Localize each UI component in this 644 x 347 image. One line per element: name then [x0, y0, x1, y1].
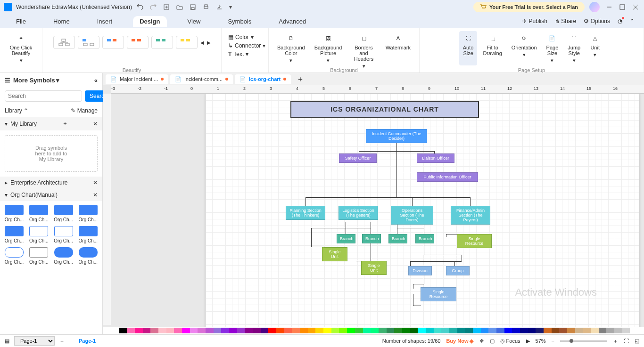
theme-thumb[interactable]: [127, 36, 149, 49]
color-swatch[interactable]: [158, 328, 166, 333]
connector[interactable]: [397, 228, 424, 228]
connector[interactable]: [346, 228, 371, 228]
color-swatch[interactable]: [253, 328, 261, 333]
color-swatch[interactable]: [237, 328, 245, 333]
color-swatch[interactable]: [308, 328, 316, 333]
connector[interactable]: [413, 284, 424, 284]
org-node[interactable]: Operations Section (The Doers): [391, 206, 433, 225]
drag-drop-area[interactable]: Drag symbols here to add to My Library: [5, 135, 98, 172]
color-swatch[interactable]: [261, 328, 269, 333]
connector[interactable]: [371, 241, 371, 261]
shape-item[interactable]: Org Ch...: [53, 205, 74, 222]
color-swatch[interactable]: [567, 328, 575, 333]
collapse-sidebar-icon[interactable]: «: [94, 77, 98, 84]
connector[interactable]: [358, 197, 358, 206]
color-swatch[interactable]: [214, 328, 222, 333]
shape-item[interactable]: Org Ch...: [4, 247, 25, 265]
color-swatch[interactable]: [622, 328, 630, 333]
shape-item[interactable]: Org Ch...: [28, 247, 49, 265]
color-swatch[interactable]: [182, 328, 190, 333]
connector[interactable]: [446, 234, 446, 237]
maximize-icon[interactable]: [619, 4, 625, 10]
menu-design[interactable]: Design: [133, 16, 166, 27]
collapse-ribbon-icon[interactable]: ⌃: [630, 18, 635, 24]
org-node[interactable]: Branch: [415, 234, 434, 243]
connector[interactable]: [410, 261, 462, 262]
color-swatch[interactable]: [245, 328, 253, 333]
bg-color-button[interactable]: 🗋Background Color▾: [273, 31, 309, 71]
color-swatch[interactable]: [371, 328, 379, 333]
presentation-icon[interactable]: ▢: [490, 338, 495, 344]
more-symbols-header[interactable]: ☰ More Symbols▾ «: [0, 73, 102, 88]
layers-icon[interactable]: ❖: [479, 338, 484, 344]
watermark-button[interactable]: AWatermark: [382, 31, 414, 71]
color-swatch[interactable]: [536, 328, 544, 333]
page-select[interactable]: Page-1: [14, 336, 55, 346]
undo-icon[interactable]: [137, 4, 143, 10]
color-swatch[interactable]: [575, 328, 583, 333]
color-swatch[interactable]: [599, 328, 607, 333]
color-swatch[interactable]: [606, 328, 614, 333]
connector-button[interactable]: ↳ Connector ▾: [226, 41, 267, 50]
color-swatch[interactable]: [229, 328, 237, 333]
color-swatch[interactable]: [315, 328, 323, 333]
color-swatch[interactable]: [552, 328, 560, 333]
connector[interactable]: [311, 228, 312, 247]
color-swatch[interactable]: [528, 328, 536, 333]
color-swatch[interactable]: [614, 328, 622, 333]
qat-more[interactable]: ▾: [229, 4, 232, 10]
org-node[interactable]: Branch: [388, 234, 407, 243]
color-swatch[interactable]: [323, 328, 331, 333]
add-tab-icon[interactable]: ＋: [297, 74, 304, 84]
org-node[interactable]: Planning Section (The Thinkers): [286, 206, 325, 220]
color-swatch[interactable]: [276, 328, 284, 333]
color-swatch[interactable]: [198, 328, 206, 333]
color-swatch[interactable]: [363, 328, 371, 333]
connector[interactable]: [462, 255, 462, 261]
orientation-button[interactable]: ⟳Orientation▾: [508, 31, 541, 65]
color-swatch[interactable]: [465, 328, 473, 333]
color-swatch[interactable]: [190, 328, 198, 333]
borders-button[interactable]: ▢Borders and Headers▾: [347, 31, 380, 71]
add-page-icon[interactable]: ＋: [59, 338, 65, 345]
chart-title[interactable]: ICS ORGANIZATIONAL CHART: [290, 101, 479, 118]
shape-item[interactable]: Org Ch...: [28, 205, 49, 222]
color-swatch[interactable]: [512, 328, 520, 333]
color-swatch[interactable]: [347, 328, 355, 333]
menu-symbols[interactable]: Symbols: [221, 16, 258, 27]
theme-thumb[interactable]: [78, 36, 99, 49]
shape-item[interactable]: Org Ch...: [28, 226, 49, 243]
open-icon[interactable]: [176, 4, 183, 10]
connector[interactable]: [424, 255, 462, 255]
color-swatch[interactable]: [473, 328, 481, 333]
color-swatch[interactable]: [583, 328, 591, 333]
org-node[interactable]: Public Information Officer: [417, 172, 478, 182]
shape-item[interactable]: Org Ch...: [78, 205, 99, 222]
color-swatch[interactable]: [135, 328, 143, 333]
my-library-section[interactable]: ▾ My Library ＋ ✕: [0, 117, 102, 130]
doc-tab[interactable]: 📄 ics-org-chart: [235, 74, 291, 84]
color-swatch[interactable]: [143, 328, 151, 333]
org-node[interactable]: Liaison Officer: [417, 153, 454, 163]
color-swatch[interactable]: [284, 328, 292, 333]
theme-thumb[interactable]: [176, 36, 198, 49]
trial-banner[interactable]: Your Free Trial is over. Select a Plan: [473, 2, 585, 12]
color-swatch[interactable]: [150, 328, 158, 333]
menu-file[interactable]: File: [9, 16, 33, 27]
page-tab[interactable]: Page-1: [79, 338, 96, 344]
zoom-out-icon[interactable]: −: [552, 338, 554, 344]
save-icon[interactable]: [190, 4, 196, 10]
color-swatch[interactable]: [504, 328, 512, 333]
connector[interactable]: [413, 284, 413, 289]
color-swatch[interactable]: [268, 328, 276, 333]
org-node[interactable]: Incident Commander (The Decider): [366, 129, 427, 143]
page-layout-icon[interactable]: ▦: [5, 338, 9, 344]
connector[interactable]: [454, 261, 455, 266]
color-swatch[interactable]: [488, 328, 496, 333]
menu-advanced[interactable]: Advanced: [272, 16, 313, 27]
one-click-beautify-button[interactable]: ✦ One Click Beautify ▾: [6, 31, 36, 65]
color-swatch[interactable]: [441, 328, 449, 333]
org-node[interactable]: Single Unit: [322, 247, 347, 261]
menu-publish[interactable]: ✈ Publish: [522, 18, 547, 24]
zoom-in-icon[interactable]: ＋: [613, 338, 618, 345]
